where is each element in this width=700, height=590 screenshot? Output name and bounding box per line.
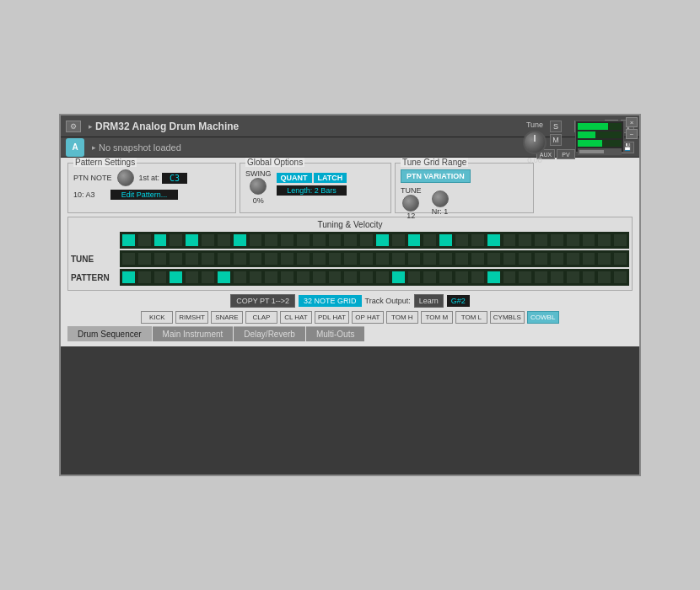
pattern-cell-14[interactable] [343,271,358,284]
tune-cell-16[interactable] [375,252,390,266]
tune-cell-5[interactable] [201,252,215,266]
vel-cell-9[interactable] [264,233,278,247]
tab-multi-outs[interactable]: Multi-Outs [306,326,365,341]
swing-knob[interactable] [250,178,267,195]
vel-cell-20[interactable] [439,233,453,247]
drum-pad-op-hat[interactable]: OP HAT [352,311,384,324]
pattern-cell-12[interactable] [312,271,326,284]
latch-btn[interactable]: LATCH [314,173,347,183]
pattern-cell-9[interactable] [264,271,278,284]
drum-pad-kick[interactable]: KICK [141,311,173,324]
quant-btn[interactable]: QUANT [277,173,312,183]
vel-cell-13[interactable] [328,233,342,247]
learn-btn[interactable]: Learn [414,294,444,308]
pattern-cell-16[interactable] [375,271,390,284]
tune-grid-knob[interactable] [402,195,419,212]
pattern-cell-24[interactable] [503,271,517,284]
pattern-cell-30[interactable] [597,271,611,284]
tune-cell-2[interactable] [153,252,168,266]
pattern-cell-10[interactable] [280,271,294,284]
pattern-cell-7[interactable] [233,271,247,284]
vel-cell-31[interactable] [613,233,627,247]
pattern-cell-18[interactable] [407,271,422,284]
pattern-cell-0[interactable] [121,271,136,284]
nr-knob[interactable] [432,190,449,207]
vel-cell-30[interactable] [597,233,611,247]
tune-cell-18[interactable] [407,252,422,266]
pattern-cell-8[interactable] [249,271,263,284]
tune-cell-14[interactable] [343,252,358,266]
vel-cell-18[interactable] [407,233,422,247]
pattern-cell-29[interactable] [582,271,596,284]
vel-cell-21[interactable] [455,233,469,247]
vel-cell-2[interactable] [153,233,168,247]
drum-pad-rimsht[interactable]: RIMSHT [175,311,208,324]
ptn-knob[interactable] [117,169,134,186]
tune-cell-15[interactable] [359,252,374,266]
vel-cell-7[interactable] [233,233,247,247]
drum-pad-clap[interactable]: CLAP [245,311,277,324]
vel-cell-4[interactable] [185,233,199,247]
vel-cell-23[interactable] [487,233,501,247]
tune-cell-22[interactable] [471,252,485,266]
tune-cell-25[interactable] [518,252,532,266]
vel-cell-29[interactable] [582,233,596,247]
vel-cell-12[interactable] [312,233,326,247]
tune-cell-30[interactable] [597,252,611,266]
drum-pad-tom-h[interactable]: TOM H [386,311,418,324]
tab-delay/reverb[interactable]: Delay/Reverb [234,326,305,341]
tune-cell-13[interactable] [328,252,342,266]
pattern-cell-19[interactable] [423,271,437,284]
tune-cell-1[interactable] [137,252,152,266]
vel-cell-25[interactable] [518,233,532,247]
pattern-cell-22[interactable] [471,271,485,284]
pattern-cell-15[interactable] [359,271,374,284]
minimize-button[interactable]: − [626,129,638,139]
vel-cell-19[interactable] [423,233,437,247]
tune-cell-3[interactable] [169,252,183,266]
drum-pad-snare[interactable]: SNARE [211,311,243,324]
vel-cell-24[interactable] [503,233,517,247]
vel-cell-26[interactable] [534,233,548,247]
tune-cell-19[interactable] [423,252,437,266]
pattern-cell-26[interactable] [534,271,548,284]
pattern-cell-13[interactable] [328,271,342,284]
pattern-cell-21[interactable] [455,271,469,284]
vel-cell-16[interactable] [375,233,390,247]
pattern-cell-17[interactable] [391,271,406,284]
pattern-cell-11[interactable] [296,271,310,284]
drum-pad-tom-m[interactable]: TOM M [421,311,453,324]
pattern-cell-20[interactable] [439,271,453,284]
tune-cell-27[interactable] [550,252,564,266]
vel-cell-22[interactable] [471,233,485,247]
vel-cell-15[interactable] [359,233,374,247]
tune-cell-17[interactable] [391,252,406,266]
tune-cell-6[interactable] [217,252,231,266]
vel-cell-5[interactable] [201,233,215,247]
pattern-cell-1[interactable] [137,271,152,284]
drum-pad-cowbl[interactable]: COWBL [527,311,559,324]
vel-cell-10[interactable] [280,233,294,247]
tune-cell-0[interactable] [121,252,136,266]
tune-cell-12[interactable] [312,252,326,266]
pattern-cell-2[interactable] [153,271,168,284]
led-slider[interactable] [578,148,622,155]
s-button[interactable]: S [550,121,562,132]
pattern-cell-6[interactable] [217,271,231,284]
close-button[interactable]: × [626,117,638,127]
tune-cell-8[interactable] [249,252,263,266]
ptn-variation-btn[interactable]: PTN VARIATION [401,169,471,183]
tune-cell-9[interactable] [264,252,278,266]
grid-btn[interactable]: 32 NOTE GRID [299,295,362,307]
pv-btn[interactable]: PV [557,149,575,159]
m-button[interactable]: M [550,134,562,146]
copy-btn[interactable]: COPY PT 1-->2 [230,294,295,308]
drum-pad-cl-hat[interactable]: CL HAT [280,311,312,324]
vel-cell-0[interactable] [121,233,136,247]
tune-cell-31[interactable] [613,252,627,266]
tune-cell-20[interactable] [439,252,453,266]
pattern-cell-31[interactable] [613,271,627,284]
pattern-cell-3[interactable] [169,271,183,284]
tune-cell-29[interactable] [582,252,596,266]
length-display[interactable]: Length: 2 Bars [277,185,347,196]
